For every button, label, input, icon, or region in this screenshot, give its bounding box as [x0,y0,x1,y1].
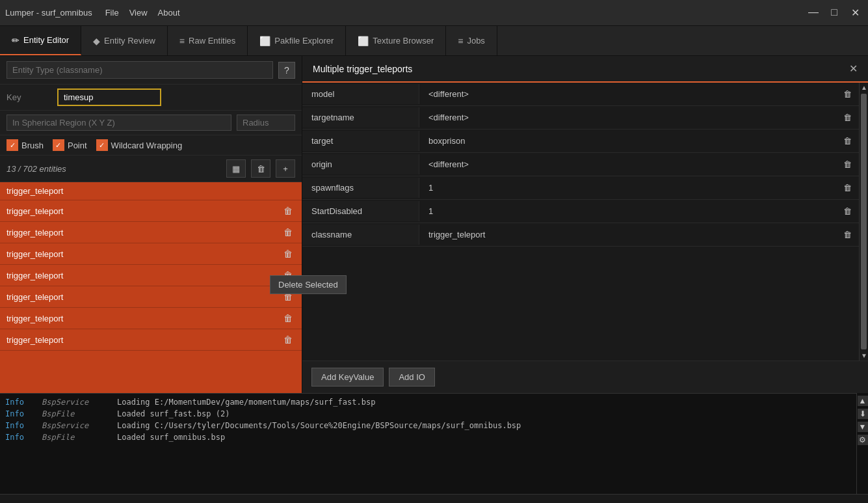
prop-row-origin: origin <different> 🗑 [302,153,859,176]
entity-name: trigger_teleport [7,271,281,280]
properties-title: Multiple trigger_teleports [313,64,843,74]
log-scroll-up[interactable]: ▲ [858,396,868,406]
tab-texture-browser[interactable]: ⬜ Texture Browser [346,26,446,55]
filter-row: ✓ Brush ✓ Point ✓ Wildcard Wrapping [0,135,302,156]
log-line: Info BspFile Loaded surf_fast.bsp (2) [5,408,851,420]
list-item[interactable]: trigger_teleport [0,182,302,200]
log-settings-btn[interactable]: ⚙ [858,435,868,445]
properties-close-button[interactable]: ✕ [849,62,858,75]
prop-delete-startdisabled[interactable]: 🗑 [835,204,859,219]
log-line: Info BspService Loading C:/Users/tyler/D… [5,420,851,431]
tab-raw-entities-label: Raw Entities [189,36,235,46]
menu-about[interactable]: About [158,8,180,18]
log-download-btn[interactable]: ⬇ [858,409,868,419]
log-message: Loading E:/MomentumDev/game/momentum/map… [117,398,375,407]
tab-jobs[interactable]: ≡ Jobs [446,26,497,55]
point-checkbox[interactable]: ✓ [53,139,64,151]
delete-icon[interactable]: 🗑 [281,226,295,239]
prop-value-classname: trigger_teleport [419,224,835,245]
log-level: Info [5,421,31,430]
log-source: BspFile [42,433,107,442]
list-item[interactable]: trigger_teleport 🗑 [0,286,302,308]
minimize-button[interactable]: — [806,7,821,19]
prop-delete-classname[interactable]: 🗑 [835,227,859,242]
add-io-button[interactable]: Add IO [389,368,434,387]
delete-selected-button[interactable]: 🗑 [251,159,270,178]
tab-entity-review[interactable]: ◆ Entity Review [81,26,168,55]
region-input[interactable] [7,115,231,131]
entity-name: trigger_teleport [7,314,281,323]
right-scrollbar[interactable]: ▲ ▼ [859,83,868,360]
log-level: Info [5,398,31,407]
prop-key-model: model [302,84,419,104]
list-item[interactable]: trigger_teleport 🗑 [0,329,302,351]
prop-row-targetname: targetname <different> 🗑 [302,106,859,129]
wildcard-checkbox[interactable]: ✓ [96,139,108,151]
delete-tooltip: Delete Selected [270,275,347,294]
prop-delete-spawnflags[interactable]: 🗑 [835,180,859,195]
prop-delete-target[interactable]: 🗑 [835,133,859,148]
tab-jobs-label: Jobs [467,36,484,46]
point-label: Point [68,141,87,150]
prop-row-spawnflags: spawnflags 1 🗑 [302,176,859,200]
entity-type-input[interactable] [7,61,273,79]
tab-entity-editor[interactable]: ✏ Entity Editor [0,26,81,55]
tab-entity-review-label: Entity Review [104,36,155,46]
tab-raw-entities[interactable]: ≡ Raw Entities [168,26,248,55]
log-level: Info [5,409,31,418]
entity-name: trigger_teleport [7,228,281,238]
prop-key-origin: origin [302,154,419,174]
close-button[interactable]: ✕ [847,7,863,19]
brush-checkbox[interactable]: ✓ [7,139,18,151]
right-panel: Multiple trigger_teleports ✕ model <diff… [302,56,868,393]
entity-name: trigger_teleport [7,249,281,259]
entity-list: trigger_teleport trigger_teleport 🗑 trig… [0,182,302,393]
log-level: Info [5,433,31,442]
prop-row-startdisabled: StartDisabled 1 🗑 [302,200,859,223]
list-item[interactable]: trigger_teleport 🗑 [0,243,302,265]
scroll-up-arrow[interactable]: ▲ [860,83,868,92]
maximize-button[interactable]: □ [826,7,842,19]
select-all-button[interactable]: ▦ [226,159,246,178]
prop-value-spawnflags: 1 [419,178,835,198]
scroll-down-arrow[interactable]: ▼ [860,351,868,360]
prop-row-classname: classname trigger_teleport 🗑 [302,223,859,247]
prop-key-startdisabled: StartDisabled [302,201,419,221]
delete-icon[interactable]: 🗑 [281,247,295,260]
list-item[interactable]: trigger_teleport 🗑 [0,200,302,222]
tab-pakfile-explorer[interactable]: ⬜ Pakfile Explorer [248,26,346,55]
prop-delete-origin[interactable]: 🗑 [835,157,859,172]
add-entity-button[interactable]: + [276,159,295,178]
delete-icon[interactable]: 🗑 [281,204,295,217]
menu-bar: File View About [105,8,180,18]
app-title: Lumper - surf_omnibus [5,8,92,18]
log-content: Info BspService Loading E:/MomentumDev/g… [0,394,856,494]
radius-input[interactable] [237,115,295,131]
prop-value-origin: <different> [419,154,835,174]
scroll-thumb[interactable] [861,94,867,349]
list-item[interactable]: trigger_teleport 🗑 [0,308,302,329]
log-message: Loaded surf_fast.bsp (2) [117,409,230,418]
log-filter-btn[interactable]: ▼ [858,422,868,432]
entity-review-icon: ◆ [93,36,100,46]
properties-footer: Add KeyValue Add IO [302,360,868,393]
window-controls: — □ ✕ [806,7,863,19]
prop-value-targetname: <different> [419,107,835,128]
tab-entity-editor-label: Entity Editor [23,35,69,45]
menu-view[interactable]: View [129,8,148,18]
menu-file[interactable]: File [105,8,119,18]
delete-icon[interactable]: 🗑 [281,333,295,346]
delete-icon[interactable]: 🗑 [281,312,295,325]
entity-count-row: 13 / 702 entities ▦ 🗑 + [0,156,302,182]
prop-delete-targetname[interactable]: 🗑 [835,110,859,125]
bottom-scrollbar[interactable] [0,494,868,503]
list-item[interactable]: trigger_teleport 🗑 [0,222,302,243]
help-button[interactable]: ? [278,62,295,79]
key-value-input[interactable] [57,88,161,106]
list-item[interactable]: trigger_teleport 🗑 [0,265,302,286]
main-content: ? Key ✓ Brush ✓ Point ✓ Wildcard Wrappin… [0,56,868,393]
prop-row-model: model <different> 🗑 [302,83,859,106]
pakfile-icon: ⬜ [259,36,270,46]
add-keyvalue-button[interactable]: Add KeyValue [311,368,384,387]
prop-delete-model[interactable]: 🗑 [835,87,859,102]
